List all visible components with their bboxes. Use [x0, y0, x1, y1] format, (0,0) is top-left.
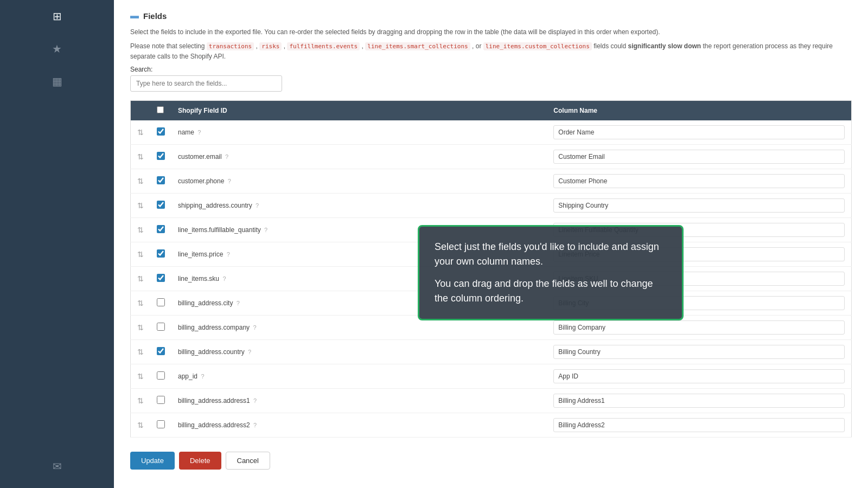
select-all-checkbox[interactable] [157, 106, 164, 113]
table-row: ⇅ customer.phone ? [131, 169, 852, 193]
sidebar: ⊞ ★ ▦ ✉ [0, 0, 114, 488]
row-checkbox-12[interactable] [157, 420, 165, 428]
code-risks: risks [259, 42, 282, 50]
code-fulfillments: fulfillments.events [287, 42, 360, 50]
column-name-input-8[interactable] [553, 320, 845, 335]
collapse-icon[interactable]: ▬ [130, 11, 139, 21]
row-checkbox-8[interactable] [157, 323, 165, 331]
field-id-cell: customer.email ? [171, 144, 547, 169]
drag-handle[interactable]: ⇅ [131, 266, 151, 291]
code-transactions: transactions [207, 42, 254, 50]
column-name-cell [547, 144, 851, 169]
tooltip-line1: Select just the fields you'd like to inc… [435, 240, 667, 269]
field-id-cell: app_id ? [171, 364, 547, 388]
grid-icon: ▦ [52, 75, 62, 88]
table-row: ⇅ app_id ? [131, 364, 852, 388]
table-row: ⇅ billing_address.country ? [131, 339, 852, 364]
help-icon[interactable]: ? [256, 202, 259, 209]
column-name-input-12[interactable] [553, 418, 845, 432]
table-row: ⇅ billing_address.address1 ? [131, 388, 852, 413]
column-name-input-9[interactable] [553, 345, 845, 359]
th-drag [131, 100, 151, 120]
update-button[interactable]: Update [130, 452, 175, 470]
drag-handle[interactable]: ⇅ [131, 388, 151, 413]
drag-handle[interactable]: ⇅ [131, 339, 151, 364]
help-icon[interactable]: ? [201, 373, 204, 380]
row-checkbox-cell [150, 144, 171, 169]
row-checkbox-0[interactable] [157, 127, 165, 136]
row-checkbox-cell [150, 339, 171, 364]
column-name-cell [547, 339, 851, 364]
help-icon[interactable]: ? [225, 153, 228, 160]
field-id-cell: customer.phone ? [171, 169, 547, 193]
field-id-cell: shipping_address.country ? [171, 193, 547, 217]
column-name-input-2[interactable] [553, 174, 845, 188]
row-checkbox-cell [150, 388, 171, 413]
help-icon[interactable]: ? [253, 324, 256, 331]
drag-handle[interactable]: ⇅ [131, 144, 151, 169]
drag-handle[interactable]: ⇅ [131, 120, 151, 145]
sidebar-icon-star[interactable]: ★ [0, 33, 114, 65]
drag-handle[interactable]: ⇅ [131, 169, 151, 193]
row-checkbox-cell [150, 169, 171, 193]
row-checkbox-cell [150, 242, 171, 266]
column-name-input-3[interactable] [553, 198, 845, 213]
row-checkbox-5[interactable] [157, 249, 165, 258]
mail-icon: ✉ [53, 460, 62, 473]
column-name-input-1[interactable] [553, 150, 845, 164]
row-checkbox-11[interactable] [157, 396, 165, 404]
drag-handle[interactable]: ⇅ [131, 217, 151, 242]
tooltip-popup: Select just the fields you'd like to inc… [418, 225, 684, 320]
main-content: ▬ Fields Select the fields to include in… [114, 0, 868, 488]
sidebar-icon-mail[interactable]: ✉ [0, 450, 114, 483]
column-name-input-11[interactable] [553, 394, 845, 408]
column-name-cell [547, 193, 851, 217]
help-icon[interactable]: ? [253, 422, 257, 428]
row-checkbox-9[interactable] [157, 347, 165, 355]
row-checkbox-7[interactable] [157, 298, 165, 306]
row-checkbox-10[interactable] [157, 371, 165, 380]
help-icon[interactable]: ? [248, 349, 251, 355]
drag-handle[interactable]: ⇅ [131, 242, 151, 266]
table-row: ⇅ customer.email ? [131, 144, 852, 169]
th-check [150, 100, 171, 120]
help-icon[interactable]: ? [237, 300, 240, 306]
drag-handle[interactable]: ⇅ [131, 291, 151, 315]
help-icon[interactable]: ? [264, 227, 267, 233]
row-checkbox-cell [150, 266, 171, 291]
th-field-id: Shopify Field ID [171, 100, 547, 120]
field-id-cell: billing_address.address2 ? [171, 413, 547, 437]
sidebar-icon-grid[interactable]: ▦ [0, 65, 114, 98]
help-icon[interactable]: ? [228, 178, 231, 184]
column-name-cell [547, 169, 851, 193]
search-input[interactable] [130, 75, 282, 92]
row-checkbox-2[interactable] [157, 176, 165, 184]
code-smart: line_items.smart_collections [365, 42, 470, 50]
cancel-button[interactable]: Cancel [226, 452, 270, 470]
row-checkbox-cell [150, 291, 171, 315]
row-checkbox-cell [150, 120, 171, 145]
drag-handle[interactable]: ⇅ [131, 413, 151, 437]
drag-handle[interactable]: ⇅ [131, 315, 151, 339]
delete-button[interactable]: Delete [179, 452, 221, 470]
help-icon[interactable]: ? [197, 129, 201, 136]
row-checkbox-6[interactable] [157, 274, 165, 282]
code-custom: line_items.custom_collections [483, 42, 592, 50]
search-label: Search: [130, 66, 852, 73]
field-id-cell: name ? [171, 120, 547, 145]
row-checkbox-3[interactable] [157, 201, 165, 209]
help-icon[interactable]: ? [222, 275, 226, 282]
column-name-input-10[interactable] [553, 369, 845, 383]
row-checkbox-1[interactable] [157, 152, 165, 160]
field-id-cell: billing_address.country ? [171, 339, 547, 364]
table-row: ⇅ billing_address.address2 ? [131, 413, 852, 437]
help-icon[interactable]: ? [253, 397, 257, 404]
row-checkbox-4[interactable] [157, 225, 165, 233]
star-icon: ★ [52, 42, 62, 55]
column-name-input-0[interactable] [553, 125, 845, 139]
section-title: Fields [143, 11, 167, 21]
sidebar-icon-dashboard[interactable]: ⊞ [0, 0, 114, 33]
drag-handle[interactable]: ⇅ [131, 364, 151, 388]
help-icon[interactable]: ? [227, 251, 230, 258]
drag-handle[interactable]: ⇅ [131, 193, 151, 217]
